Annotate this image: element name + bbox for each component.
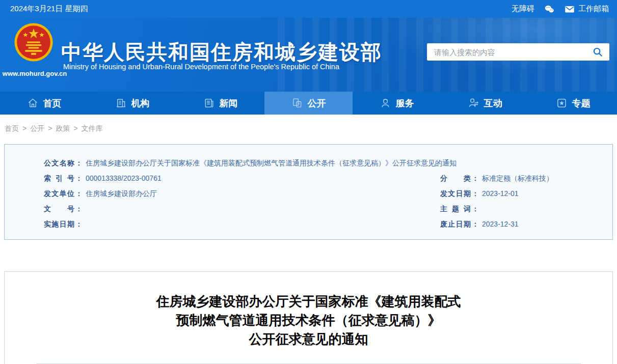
meta-row-subject-words: 主题词 ： [440,204,602,219]
breadcrumb-separator: > [48,124,52,133]
meta-row-issuing-unit: 发文单位 ： 住房城乡建设部办公厅 [44,188,440,204]
nav-item-organization[interactable]: 机构 [88,92,176,115]
meta-colon: ： [472,188,479,204]
meta-label: 文号 [44,204,74,219]
nav-item-disclosure[interactable]: 公开 [264,92,353,115]
top-bar-links: 无障碍 工作邮箱 [512,4,609,15]
site-title: 中华人民共和国住房和城乡建设部 [61,38,382,66]
nav-item-news[interactable]: 新闻 [176,92,264,115]
service-icon [380,97,391,109]
nav-item-label: 服务 [396,97,414,109]
meta-label: 索引号 [44,173,74,188]
meta-colon: ： [472,219,479,234]
meta-row-category: 分类 ： 标准定额（标准科技） [440,173,602,188]
document-name-value: 住房城乡建设部办公厅关于国家标准《建筑用装配式预制燃气管道通用技术条件（征求意见… [86,158,457,173]
meta-colon: ： [75,173,83,188]
category-value: 标准定额（标准科技） [482,173,553,188]
nav-item-service[interactable]: 服务 [353,92,441,115]
organization-icon [115,97,127,109]
breadcrumb-item-policy[interactable]: 政策 [56,124,70,133]
topics-icon [556,97,568,109]
breadcrumb-separator: > [73,124,77,133]
meta-label: 实施日期 [44,219,74,234]
nav-item-label: 公开 [308,97,326,109]
nav-item-label: 首页 [43,97,62,109]
meta-column-right: 分类 ： 标准定额（标准科技） 发文日期 ： 2023-12-01 主题词 ： … [440,173,602,234]
accessibility-link[interactable]: 无障碍 [512,4,534,14]
work-mail-link[interactable]: 工作邮箱 [564,4,609,15]
nav-item-label: 专题 [572,97,591,109]
site-header: www.mohurd.gov.cn 中华人民共和国住房和城乡建设部 Minist… [0,18,617,92]
breadcrumb-item-disclosure[interactable]: 公开 [30,124,44,133]
article-card: 住房城乡建设部办公厅关于国家标准《建筑用装配式 预制燃气管道通用技术条件（征求意… [4,271,613,364]
meta-label: 公文名称 [44,158,74,173]
article-title: 住房城乡建设部办公厅关于国家标准《建筑用装配式 预制燃气管道通用技术条件（征求意… [5,292,612,349]
meta-row-implementation-date: 实施日期 ： [44,219,440,234]
meta-row-issue-date: 发文日期 ： 2023-12-01 [440,188,602,204]
index-number-value: 000013338/2023-00761 [86,173,162,188]
article-title-line: 公开征求意见的通知 [5,330,612,349]
breadcrumb-item-library[interactable]: 文件库 [82,124,103,133]
meta-colon: ： [75,219,83,234]
search-input[interactable] [434,48,591,57]
meta-label: 主题词 [440,204,471,219]
site-url: www.mohurd.gov.cn [0,70,69,77]
meta-colon: ： [75,158,83,173]
meta-colon: ： [472,173,479,188]
meta-columns: 索引号 ： 000013338/2023-00761 发文单位 ： 住房城乡建设… [44,173,602,234]
breadcrumb-separator: > [22,124,26,133]
meta-colon: ： [75,188,83,204]
meta-row-document-number: 文号 ： [44,204,440,219]
meta-colon: ： [472,204,479,219]
repeal-date-value: 2023-12-31 [482,219,519,234]
wechat-icon[interactable] [544,4,555,15]
meta-row-index-number: 索引号 ： 000013338/2023-00761 [44,173,440,188]
article-title-line: 预制燃气管道通用技术条件（征求意见稿）》 [5,311,612,330]
nav-item-interaction[interactable]: 互动 [441,92,529,115]
current-date: 2024年3月21日 星期四 [10,4,88,14]
interaction-icon [468,97,479,109]
meta-label: 废止日期 [440,219,471,234]
meta-row-document-name: 公文名称 ： 住房城乡建设部办公厅关于国家标准《建筑用装配式预制燃气管道通用技术… [44,158,602,173]
nav-item-label: 新闻 [220,97,238,109]
work-mail-label: 工作邮箱 [578,4,609,14]
disclosure-icon [291,97,303,109]
site-title-english: Ministry of Housing and Urban-Rural Deve… [63,63,339,71]
main-nav: 首页 机构 新闻 公开 服务 互动 专题 [0,92,617,115]
nav-item-label: 机构 [131,97,150,109]
national-emblem-logo [13,22,54,63]
issue-date-value: 2023-12-01 [482,188,519,204]
meta-row-repeal-date: 废止日期 ： 2023-12-31 [440,219,602,234]
document-meta-card: 公文名称 ： 住房城乡建设部办公厅关于国家标准《建筑用装配式预制燃气管道通用技术… [4,144,613,240]
meta-label: 发文单位 [44,188,74,204]
home-icon [27,97,39,109]
search-box [427,43,609,61]
meta-column-left: 索引号 ： 000013338/2023-00761 发文单位 ： 住房城乡建设… [44,173,440,234]
nav-item-topics[interactable]: 专题 [529,92,617,115]
nav-item-label: 互动 [484,97,502,109]
meta-label: 分类 [440,173,471,188]
breadcrumb: 首页 > 公开 > 政策 > 文件库 [5,124,617,133]
nav-item-home[interactable]: 首页 [0,92,88,115]
search-button[interactable] [591,45,604,59]
meta-colon: ： [75,204,83,219]
news-icon [203,97,215,109]
breadcrumb-item-home[interactable]: 首页 [5,124,19,133]
issuing-unit-value: 住房城乡建设部办公厅 [86,188,157,204]
top-bar: 2024年3月21日 星期四 无障碍 工作邮箱 [0,0,617,18]
search-icon [592,46,603,58]
article-title-line: 住房城乡建设部办公厅关于国家标准《建筑用装配式 [5,292,612,311]
envelope-icon [564,4,575,15]
meta-label: 发文日期 [440,188,471,204]
